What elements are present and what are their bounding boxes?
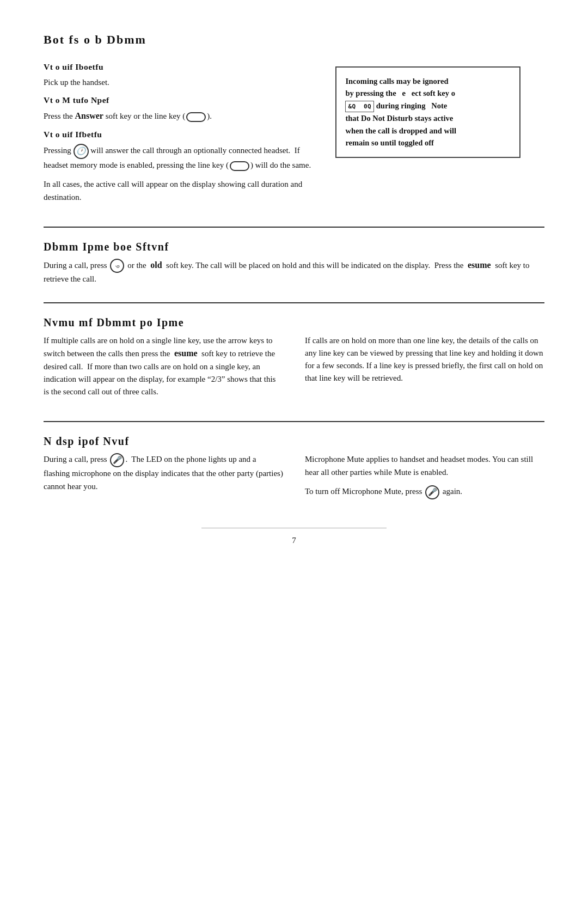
via-headset-title: Vt o uif Ifbetfu	[44, 130, 314, 139]
via-handset-text: Pick up the handset.	[44, 76, 314, 89]
multiple-calls-right-col: If calls are on hold on more than one li…	[305, 334, 544, 405]
via-headset-text: Pressing 🕐 will answer the call through …	[44, 144, 314, 172]
mute-off-icon: 🎤	[425, 485, 439, 499]
mute-right-text2: To turn off Microphone Mute, press 🎤 aga…	[305, 485, 544, 499]
answer-key-bold: Answer	[75, 111, 103, 120]
dnd-key-box: &Q 0Q	[345, 101, 374, 112]
note-select-bold: e ect	[402, 89, 421, 97]
mute-cols: During a call, press 🎤. The LED on the p…	[44, 453, 544, 506]
multiple-calls-left-col: If multiple calls are on hold on a singl…	[44, 334, 283, 405]
page-title: Bot fs o b Dbmm	[44, 33, 544, 47]
hold-resume-section: Dbmm Ipme boe Sftvnf During a call, pres…	[44, 241, 544, 286]
divider-2	[44, 302, 544, 303]
via-monitor-text: Press the Answer soft key or the line ke…	[44, 109, 314, 123]
hold-resume-title: Dbmm Ipme boe Sftvnf	[44, 241, 544, 253]
note-line7: remain so until toggled off	[345, 138, 433, 147]
multiple-calls-left-text: If multiple calls are on hold on a singl…	[44, 334, 283, 399]
page-container: Bot fs o b Dbmm Vt o uif Iboetfu Pick up…	[44, 33, 544, 545]
via-monitor-title: Vt o M tufo Npef	[44, 95, 314, 105]
mute-right-col: Microphone Mute applies to handset and h…	[305, 453, 544, 506]
line-key-icon	[186, 112, 206, 122]
answering-calls-section: Vt o uif Iboetfu Pick up the handset. Vt…	[44, 62, 544, 210]
active-call-text: In all cases, the active call will appea…	[44, 178, 314, 204]
mute-button-icon: 🎤	[110, 453, 124, 467]
dnd-note-box: Incoming calls may be ignored by pressin…	[335, 66, 520, 158]
answering-calls-left: Vt o uif Iboetfu Pick up the handset. Vt…	[44, 62, 314, 210]
mute-right-text1: Microphone Mute applies to handset and h…	[305, 453, 544, 479]
resume-key-bold: esume	[468, 260, 491, 270]
resume-key-bold2: esume	[174, 349, 198, 358]
line-key-icon2	[230, 161, 249, 171]
divider-1	[44, 227, 544, 228]
headset-answer-icon: 🕐	[74, 144, 89, 159]
page-number: 7	[201, 528, 387, 545]
note-line5: that Do Not Disturb stays active	[345, 114, 453, 123]
note-line4: during ringing Note	[376, 101, 448, 110]
hold-button-icon: ·o	[110, 259, 124, 273]
note-line2: by pressing the e ect soft key o	[345, 89, 455, 97]
mute-title: N dsp ipof Nvuf	[44, 435, 544, 448]
mute-left-col: During a call, press 🎤. The LED on the p…	[44, 453, 283, 506]
multiple-calls-cols: If multiple calls are on hold on a singl…	[44, 334, 544, 405]
multiple-calls-title: Nvmu mf Dbmmt po Ipme	[44, 316, 544, 329]
mute-section: N dsp ipof Nvuf During a call, press 🎤. …	[44, 435, 544, 506]
note-line1: Incoming calls may be ignored	[345, 77, 448, 86]
multiple-calls-right-text: If calls are on hold on more than one li…	[305, 334, 544, 385]
multiple-calls-section: Nvmu mf Dbmmt po Ipme If multiple calls …	[44, 316, 544, 405]
note-box-container: Incoming calls may be ignored by pressin…	[335, 62, 544, 210]
mute-left-text: During a call, press 🎤. The LED on the p…	[44, 453, 283, 493]
note-line6: when the call is dropped and will	[345, 126, 456, 135]
via-handset-title: Vt o uif Iboetfu	[44, 62, 314, 72]
hold-resume-text: During a call, press ·o or the old soft …	[44, 259, 544, 286]
divider-3	[44, 421, 544, 422]
hold-key-bold: old	[150, 260, 162, 270]
